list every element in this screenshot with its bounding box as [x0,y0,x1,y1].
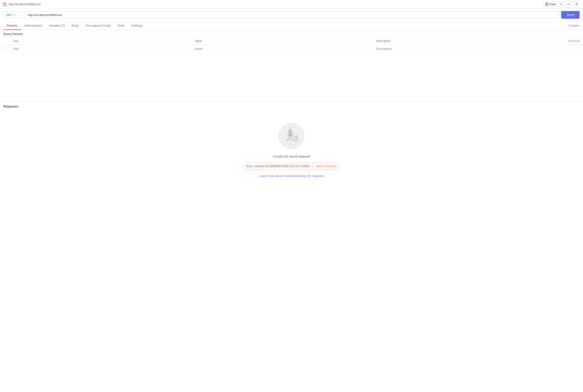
svg-rect-3 [5,4,6,6]
rocket-illustration [277,122,306,150]
svg-point-15 [295,136,298,138]
params-table: Key Value Description ··· Bulk Edit [0,37,583,53]
svg-rect-5 [546,3,548,4]
empty-state: Could not send request Error: connect EC… [3,112,580,185]
tab-params[interactable]: Params [3,21,21,30]
method-label: GET [6,13,12,17]
key-input[interactable] [14,47,188,50]
svg-rect-6 [546,4,548,6]
svg-line-19 [295,141,295,143]
value-input[interactable] [195,47,370,50]
request-bar: GET ▾ Send [0,9,583,21]
svg-point-13 [289,140,292,144]
save-icon [545,3,548,6]
description-input[interactable] [376,47,551,50]
row-checkbox-cell [0,45,10,53]
response-section: Response Could not send request [0,101,583,188]
col-description-header: Description [373,38,554,45]
save-button-group[interactable]: Save ▾ [542,1,564,7]
svg-point-9 [288,129,292,134]
save-main-button[interactable]: Save [542,2,559,7]
current-url-label: http://localhost:8080/cars [9,3,40,6]
top-bar-right: Save ▾ ✏ ⧉ [542,1,580,8]
tab-body[interactable]: Body [68,21,82,30]
tab-tests[interactable]: Tests [114,21,128,30]
tab-pre-request-script[interactable]: Pre-request Script [82,21,114,30]
row-checkbox[interactable] [3,47,7,50]
col-value-header: Value [192,38,373,45]
top-bar-left: http://localhost:8080/cars [3,2,40,6]
method-chevron-icon: ▾ [14,14,15,16]
edit-button[interactable]: ✏ [565,1,572,8]
table-row [0,45,583,53]
col-actions-header: ··· Bulk Edit [554,38,583,45]
save-label: Save [550,3,556,6]
col-key-header: Key [10,38,192,45]
send-button[interactable]: Send [561,11,580,19]
tab-authorization[interactable]: Authorization [21,21,46,30]
tab-settings[interactable]: Settings [128,21,146,30]
copy-icon: ⧉ [576,2,578,6]
top-bar: http://localhost:8080/cars Save ▾ ✏ ⧉ [0,0,583,9]
save-dropdown-button[interactable]: ▾ [559,2,564,7]
url-input[interactable] [24,11,559,19]
value-cell [192,45,373,53]
favicon-icon [3,2,7,6]
svg-line-20 [297,141,298,143]
tab-headers[interactable]: Headers(7) [46,21,68,30]
learn-more-link[interactable]: Learn more about troubleshooting API req… [259,174,324,178]
method-selector[interactable]: GET ▾ [3,12,22,18]
svg-rect-0 [3,3,4,4]
error-message: Error: connect ECONNREFUSED 127.0.0.1:80… [243,163,312,169]
headers-badge: (7) [62,24,65,27]
more-options-icon[interactable]: ··· [564,39,566,43]
key-cell [10,45,192,53]
row-actions-cell [554,45,583,53]
svg-rect-2 [3,4,4,6]
copy-button[interactable]: ⧉ [574,1,580,8]
svg-rect-1 [5,3,6,4]
view-in-console-button[interactable]: View in Console [313,163,340,169]
empty-state-title: Could not send request [273,154,310,158]
cookies-link[interactable]: Cookies [568,21,580,30]
svg-rect-16 [295,139,298,141]
error-badge: Error: connect ECONNREFUSED 127.0.0.1:80… [242,162,340,170]
tabs-bar: Params Authorization Headers(7) Body Pre… [0,21,583,30]
svg-point-10 [289,134,292,136]
description-cell [373,45,554,53]
pencil-icon: ✏ [567,2,570,6]
query-params-section-title: Query Params [0,30,583,37]
bulk-edit-link[interactable]: Bulk Edit [568,39,580,43]
col-check-header [0,38,10,45]
chevron-down-icon: ▾ [560,2,562,6]
response-title: Response [3,104,580,108]
